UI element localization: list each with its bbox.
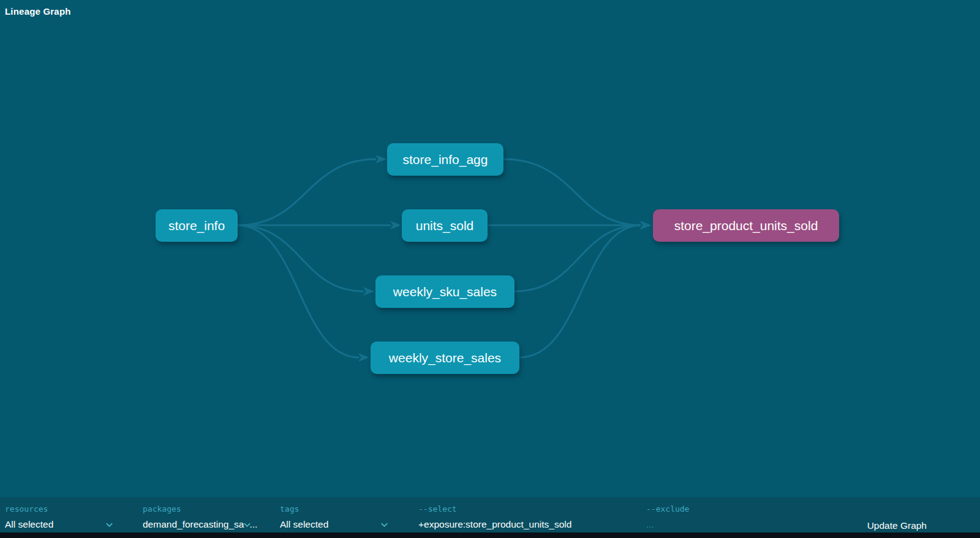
filter-resources: resources All selected [5, 497, 114, 530]
bottom-window-strip [0, 532, 980, 538]
filter-label-tags: tags [280, 504, 389, 514]
resources-value: All selected [5, 519, 53, 530]
lineage-edges [0, 0, 980, 538]
exclude-value: ... [646, 519, 654, 530]
node-weekly-store-sales[interactable]: weekly_store_sales [371, 342, 519, 374]
edge-store_info-weekly_store_sales [238, 225, 359, 357]
edge-weekly_sku_sales-store_product_units_sold [514, 225, 641, 291]
lineage-canvas[interactable]: Lineage Graph store_info store_info_agg … [0, 0, 980, 538]
packages-value: demand_forecasting_sa [143, 519, 244, 530]
filter-toolbar: resources All selected packages demand_f… [0, 497, 980, 532]
filter-tags: tags All selected [280, 497, 389, 530]
filter-label-packages: packages [143, 504, 275, 514]
filter-label-select: --select [418, 504, 627, 514]
chevron-down-icon [380, 520, 389, 529]
filter-label-resources: resources [5, 504, 114, 514]
packages-value-ellipsis: ... [249, 519, 257, 530]
node-label: units_sold [416, 219, 474, 233]
filter-packages: packages demand_forecasting_sa ... [143, 497, 275, 530]
chevron-down-icon [105, 520, 114, 529]
node-store-info[interactable]: store_info [156, 209, 238, 242]
tags-dropdown[interactable]: All selected [280, 519, 389, 530]
edge-store_info_agg-store_product_units_sold [503, 159, 641, 225]
filter-exclude: --exclude ... [646, 497, 830, 530]
node-store-product-units-sold[interactable]: store_product_units_sold [653, 209, 839, 242]
tags-value: All selected [280, 519, 328, 530]
select-value: +exposure:store_product_units_sold [418, 519, 571, 530]
node-label: store_info_agg [403, 152, 488, 167]
node-label: weekly_sku_sales [393, 285, 497, 299]
resources-dropdown[interactable]: All selected [5, 519, 114, 530]
edge-store_info-store_info_agg [238, 159, 376, 225]
select-input[interactable]: +exposure:store_product_units_sold [418, 519, 627, 530]
node-store-info-agg[interactable]: store_info_agg [387, 143, 503, 176]
filter-label-exclude: --exclude [646, 504, 830, 514]
node-label: store_info [168, 219, 225, 233]
node-units-sold[interactable]: units_sold [402, 209, 488, 242]
node-weekly-sku-sales[interactable]: weekly_sku_sales [375, 275, 514, 308]
exclude-input[interactable]: ... [646, 519, 830, 530]
update-graph-button[interactable]: Update Graph [867, 520, 927, 531]
filter-select: --select +exposure:store_product_units_s… [418, 497, 627, 530]
edge-store_info-weekly_sku_sales [238, 225, 364, 291]
node-label: weekly_store_sales [389, 351, 501, 365]
packages-dropdown[interactable]: demand_forecasting_sa ... [143, 519, 275, 530]
node-label: store_product_units_sold [674, 219, 818, 233]
edge-weekly_store_sales-store_product_units_sold [519, 225, 641, 357]
